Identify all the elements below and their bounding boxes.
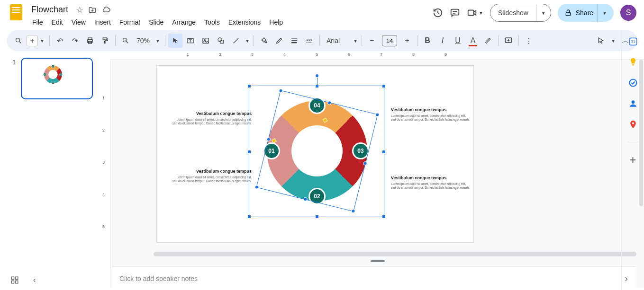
text-color-button[interactable]: A <box>466 34 480 48</box>
text-block-bottom-left[interactable]: Vestibulum congue tempus Lorem ipsum dol… <box>171 169 252 184</box>
lock-icon <box>564 9 572 17</box>
menu-bar: File Edit View Insert Format Slide Arran… <box>28 17 433 28</box>
slide-thumbnail[interactable]: 04 03 02 01 <box>21 58 93 99</box>
chevron-down-icon: ▼ <box>479 10 483 16</box>
svg-rect-30 <box>11 281 14 283</box>
share-label: Share <box>576 9 593 17</box>
meet-button[interactable]: ▼ <box>467 8 483 18</box>
border-weight-button[interactable] <box>287 34 301 48</box>
cursor-mode-icon[interactable] <box>594 34 608 48</box>
slideshow-button[interactable]: Slideshow ▼ <box>490 4 551 22</box>
search-menu-icon[interactable] <box>11 34 26 48</box>
slideshow-dropdown[interactable]: ▼ <box>536 4 551 21</box>
highlight-color-button[interactable] <box>481 34 495 48</box>
bold-button[interactable]: B <box>420 34 435 48</box>
select-tool[interactable] <box>168 34 182 48</box>
maps-icon[interactable] <box>628 119 638 130</box>
font-size-input[interactable]: 14 <box>382 35 397 46</box>
slide-stage[interactable]: Vestibulum congue tempus Lorem ipsum dol… <box>156 65 474 243</box>
redo-button[interactable]: ↷ <box>68 34 82 48</box>
slideshow-label: Slideshow <box>490 9 536 17</box>
border-dash-button[interactable] <box>302 34 317 48</box>
contacts-icon[interactable] <box>628 98 638 109</box>
prev-slide-icon[interactable]: ‹ <box>33 276 36 284</box>
notes-placeholder: Click to add speaker notes <box>119 275 198 282</box>
comments-icon[interactable] <box>450 8 460 18</box>
text-block-top-right[interactable]: Vestibulum congue tempus Lorem ipsum dol… <box>391 107 472 122</box>
calendar-icon[interactable]: 31 <box>628 36 638 46</box>
plus-icon: ＋ <box>27 35 38 46</box>
svg-point-3 <box>16 38 20 42</box>
slide-number: 1 <box>12 59 16 66</box>
move-icon[interactable] <box>88 6 97 14</box>
menu-help[interactable]: Help <box>265 17 287 28</box>
menu-arrange[interactable]: Arrange <box>168 17 200 28</box>
more-icon[interactable]: ⋮ <box>522 34 536 48</box>
svg-rect-10 <box>203 38 209 44</box>
avatar[interactable]: S <box>620 5 636 21</box>
vertical-ruler[interactable]: 1 2 3 4 5 <box>100 60 111 288</box>
zoom-out-icon[interactable] <box>118 34 133 48</box>
zoom-dropdown[interactable]: ▼ <box>154 34 162 48</box>
underline-button[interactable]: U <box>451 34 465 48</box>
svg-point-35 <box>631 100 635 104</box>
adjust-handle[interactable] <box>323 118 328 123</box>
new-slide-dropdown[interactable]: ▼ <box>38 34 46 48</box>
svg-rect-25 <box>310 42 311 43</box>
rotate-handle[interactable] <box>315 74 319 78</box>
svg-rect-16 <box>291 40 297 41</box>
zoom-value[interactable]: 70% <box>134 37 153 44</box>
cloud-icon[interactable] <box>101 6 111 14</box>
text-block-bottom-right[interactable]: Vestibulum congue tempus Lorem ipsum dol… <box>391 176 472 190</box>
tasks-icon[interactable] <box>628 78 638 88</box>
border-color-button[interactable] <box>272 34 286 48</box>
grid-view-icon[interactable] <box>10 276 19 284</box>
image-button[interactable] <box>199 34 213 48</box>
svg-rect-21 <box>311 40 312 41</box>
undo-button[interactable]: ↶ <box>53 34 67 48</box>
insert-comment-button[interactable] <box>501 34 516 48</box>
cursor-mode-dropdown[interactable]: ▼ <box>610 34 617 48</box>
slides-logo[interactable] <box>8 4 25 21</box>
fill-color-button[interactable] <box>257 34 271 48</box>
font-dropdown[interactable]: ▼ <box>352 34 359 48</box>
svg-rect-17 <box>291 42 297 44</box>
history-icon[interactable] <box>433 8 443 18</box>
line-button[interactable] <box>229 34 243 48</box>
share-button[interactable]: Share ▼ <box>558 4 614 22</box>
svg-rect-24 <box>309 42 309 43</box>
paint-format-button[interactable] <box>98 34 112 48</box>
line-dropdown[interactable]: ▼ <box>244 34 251 48</box>
adjust-handle[interactable] <box>272 138 277 143</box>
text-block-top-left[interactable]: Vestibulum congue tempus Lorem ipsum dol… <box>171 111 252 126</box>
textbox-button[interactable] <box>183 34 198 48</box>
menu-file[interactable]: File <box>28 17 47 28</box>
decrease-font-button[interactable]: − <box>365 34 379 48</box>
horizontal-scrollbar[interactable] <box>154 252 636 256</box>
keep-icon[interactable] <box>628 57 638 67</box>
horizontal-ruler[interactable]: 1 2 3 4 5 6 7 8 9 <box>111 51 644 60</box>
menu-extensions[interactable]: Extensions <box>225 17 264 28</box>
italic-button[interactable]: I <box>435 34 450 48</box>
menu-edit[interactable]: Edit <box>48 17 67 28</box>
star-icon[interactable]: ☆ <box>76 5 83 15</box>
slide-viewport[interactable]: Vestibulum congue tempus Lorem ipsum dol… <box>111 60 644 288</box>
add-on-icon[interactable]: + <box>628 155 638 165</box>
menu-format[interactable]: Format <box>116 17 144 28</box>
increase-font-button[interactable]: + <box>400 34 414 48</box>
menu-insert[interactable]: Insert <box>91 17 115 28</box>
font-select[interactable]: Arial <box>323 37 351 44</box>
menu-tools[interactable]: Tools <box>200 17 224 28</box>
print-button[interactable] <box>83 34 97 48</box>
new-slide-button[interactable]: ＋ ▼ <box>27 34 46 48</box>
splitter-handle[interactable] <box>371 260 385 262</box>
share-dropdown[interactable]: ▼ <box>597 4 612 22</box>
shape-button[interactable] <box>214 34 228 48</box>
svg-rect-18 <box>307 39 312 39</box>
menu-view[interactable]: View <box>68 17 90 28</box>
doc-title[interactable]: Flowchart <box>28 4 71 16</box>
speaker-notes[interactable]: Click to add speaker notes › <box>112 266 635 290</box>
menu-slide[interactable]: Slide <box>145 17 167 28</box>
svg-rect-26 <box>312 42 312 43</box>
svg-rect-29 <box>16 277 18 279</box>
